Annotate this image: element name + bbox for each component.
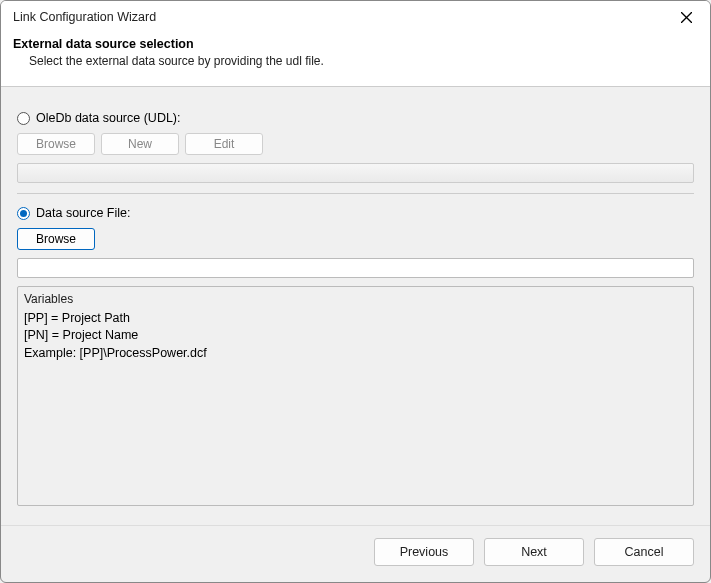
file-button-row: Browse — [17, 228, 694, 250]
option-udl-row: OleDb data source (UDL): — [17, 111, 694, 125]
file-path-input[interactable] — [17, 258, 694, 278]
udl-button-row: Browse New Edit — [17, 133, 694, 155]
close-icon — [681, 12, 692, 23]
udl-edit-button[interactable]: Edit — [185, 133, 263, 155]
wizard-header: External data source selection Select th… — [1, 31, 710, 87]
wizard-footer: Previous Next Cancel — [1, 525, 710, 582]
radio-file[interactable] — [17, 207, 30, 220]
variables-title: Variables — [24, 291, 687, 308]
udl-browse-button[interactable]: Browse — [17, 133, 95, 155]
page-subheading: Select the external data source by provi… — [29, 54, 698, 68]
wizard-content: OleDb data source (UDL): Browse New Edit… — [1, 87, 710, 525]
radio-udl[interactable] — [17, 112, 30, 125]
file-browse-button[interactable]: Browse — [17, 228, 95, 250]
variables-box: Variables [PP] = Project Path [PN] = Pro… — [17, 286, 694, 506]
cancel-button[interactable]: Cancel — [594, 538, 694, 566]
page-heading: External data source selection — [13, 37, 698, 51]
udl-new-button[interactable]: New — [101, 133, 179, 155]
section-divider — [17, 193, 694, 194]
option-udl-label: OleDb data source (UDL): — [36, 111, 181, 125]
udl-path-input[interactable] — [17, 163, 694, 183]
titlebar: Link Configuration Wizard — [1, 1, 710, 31]
titlebar-title: Link Configuration Wizard — [13, 10, 156, 24]
variables-line-pn: [PN] = Project Name — [24, 327, 687, 345]
close-button[interactable] — [672, 7, 700, 27]
variables-line-pp: [PP] = Project Path — [24, 310, 687, 328]
previous-button[interactable]: Previous — [374, 538, 474, 566]
option-file-label: Data source File: — [36, 206, 130, 220]
next-button[interactable]: Next — [484, 538, 584, 566]
variables-line-example: Example: [PP]\ProcessPower.dcf — [24, 345, 687, 363]
option-file-row: Data source File: — [17, 206, 694, 220]
